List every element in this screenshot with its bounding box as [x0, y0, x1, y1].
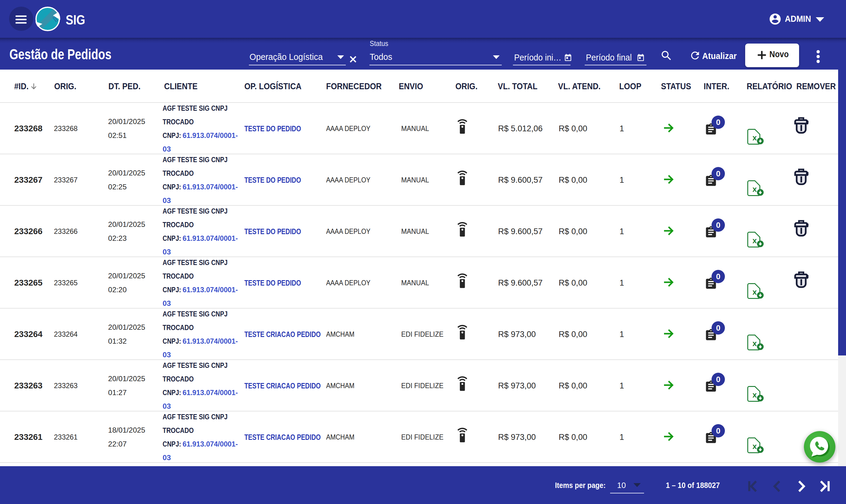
svg-text:x: x — [753, 184, 757, 194]
svg-text:x: x — [753, 133, 757, 142]
svg-text:x: x — [753, 390, 757, 399]
svg-text:x: x — [753, 339, 757, 348]
svg-text:x: x — [753, 442, 757, 451]
svg-text:x: x — [753, 236, 757, 245]
svg-text:x: x — [753, 287, 757, 296]
